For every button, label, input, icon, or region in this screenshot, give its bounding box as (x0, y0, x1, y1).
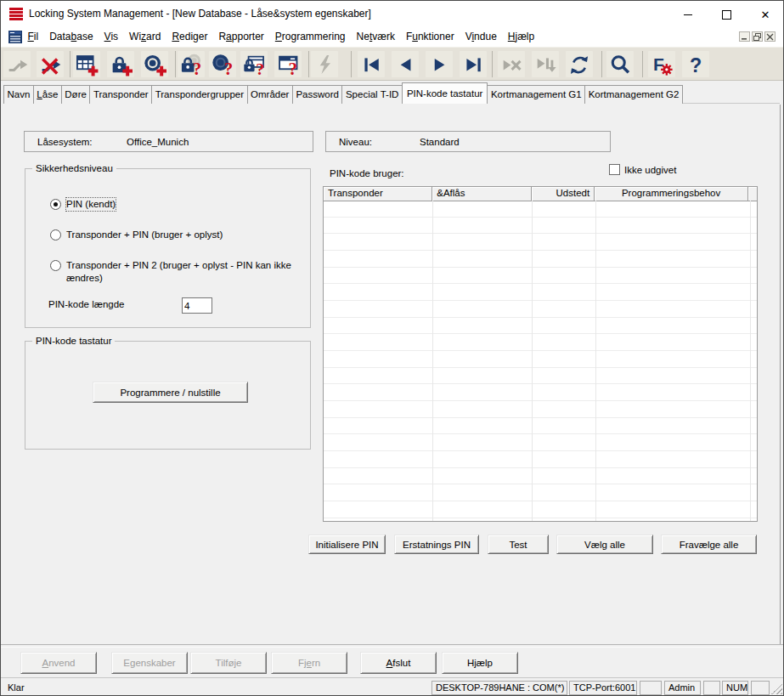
radio-icon[interactable] (50, 260, 61, 271)
tab-l-se[interactable]: Låse (33, 85, 62, 104)
tab-kortmanagement-g1[interactable]: Kortmanagement G1 (487, 85, 585, 104)
toolbar-query-lock-card-button[interactable]: ? (240, 51, 268, 77)
column-header-udstedt[interactable]: Udstedt (532, 187, 595, 201)
anvend-button[interactable]: Anvend (20, 652, 97, 674)
toolbar-filter-settings-button[interactable]: F (648, 51, 675, 77)
tilf-je-button[interactable]: Tilføje (190, 652, 267, 674)
menu-rediger[interactable]: Rediger (166, 27, 213, 47)
tab-special-t-id[interactable]: Special T-ID (341, 85, 402, 104)
not-issued-checkbox[interactable] (609, 164, 620, 175)
svg-text:?: ? (224, 59, 234, 76)
maximize-button[interactable] (717, 5, 736, 24)
test-button[interactable]: Test (488, 535, 549, 554)
frav-lge-alle-button[interactable]: Fravælge alle (661, 535, 757, 554)
mdi-close-button[interactable] (764, 31, 776, 42)
tab-navn[interactable]: Navn (3, 85, 34, 104)
toolbar-separator (601, 51, 602, 77)
mdi-restore-button[interactable] (752, 31, 763, 42)
toolbar-nav-next-button[interactable] (426, 51, 453, 77)
toolbar-nav-cancel-button[interactable] (498, 51, 525, 77)
radio-option-pin-kendt[interactable]: PIN (kendt) (50, 198, 116, 211)
nav-down-icon (533, 53, 557, 76)
menu-rapporter[interactable]: Rapporter (213, 27, 269, 47)
title-bar: Locking System Management - [New Databas… (1, 1, 783, 27)
radio-option-transponder-pin-bruger-oplyst[interactable]: Transponder + PIN (bruger + oplyst) (50, 229, 223, 241)
level-label: Niveau: (339, 137, 372, 147)
flash-icon (313, 53, 336, 76)
nav-first-icon (359, 53, 383, 76)
nav-last-icon (461, 53, 485, 76)
menu-vindue[interactable]: Vindue (460, 27, 502, 47)
column-header-programmeringsbehov[interactable]: Programmeringsbehov (595, 187, 748, 201)
toolbar-jump-arrow-button[interactable] (3, 51, 31, 77)
toolbar-query-window-button[interactable]: ? (274, 51, 302, 77)
menu-database[interactable]: Database (44, 27, 99, 47)
toolbar-new-transponder-button[interactable] (141, 51, 168, 77)
svg-text:?: ? (193, 58, 202, 76)
nav-next-icon (427, 53, 451, 76)
pin-length-input[interactable] (182, 297, 212, 314)
tab-d-re[interactable]: Døre (61, 85, 91, 104)
column-header-transponder[interactable]: Transponder (324, 187, 432, 201)
hj-lp-button[interactable]: Hjælp (442, 652, 518, 674)
toolbar-search-button[interactable] (606, 51, 634, 77)
minimize-button[interactable] (679, 5, 697, 24)
status-segment-empty (751, 681, 770, 695)
toolbar-separator (175, 51, 176, 77)
tab-password[interactable]: Password (292, 85, 343, 104)
menu-vis[interactable]: Vis (99, 27, 123, 47)
new-transponder-icon (143, 53, 166, 76)
toolbar-nav-last-button[interactable] (460, 51, 487, 77)
menu-fil[interactable]: Fil (22, 27, 44, 47)
toolbar-help-button[interactable]: ? (682, 51, 709, 77)
column-header-spacer[interactable] (748, 187, 757, 201)
toolbar-refresh-button[interactable] (566, 51, 593, 77)
document-window-icon[interactable] (8, 31, 22, 43)
initialisere-pin-button[interactable]: Initialisere PIN (308, 535, 386, 554)
status-segment-tcp-port-6001: TCP-Port:6001 (569, 681, 637, 695)
toolbar-nav-first-button[interactable] (358, 51, 385, 77)
pin-length-label: PIN-kode længde (48, 299, 125, 309)
tab-pin-kode-tastatur[interactable]: PIN-kode tastatur (402, 82, 488, 104)
toolbar-disconnect-arrow-button[interactable] (37, 51, 64, 77)
toolbar-separator (308, 51, 309, 77)
toolbar-query-lock-button[interactable]: ? (178, 51, 205, 77)
table-body[interactable] (324, 201, 757, 521)
svg-text:?: ? (256, 59, 264, 76)
program-reset-button[interactable]: Programmere / nulstille (93, 382, 248, 403)
toolbar-nav-down-button[interactable] (532, 51, 559, 77)
egenskaber-button[interactable]: Egenskaber (111, 652, 188, 674)
column-header-afl-s[interactable]: &Aflås (432, 187, 531, 201)
v-lg-alle-button[interactable]: Vælg alle (556, 535, 653, 554)
toolbar-nav-prev-button[interactable] (392, 51, 419, 77)
radio-icon[interactable] (50, 229, 61, 240)
query-lock-icon: ? (179, 53, 203, 76)
menu-netv-rk[interactable]: Netværk (351, 27, 400, 47)
menu-hj-lp[interactable]: Hjælp (502, 27, 539, 47)
afslut-button[interactable]: Afslut (360, 652, 437, 674)
tab-omr-der[interactable]: Områder (247, 85, 293, 104)
not-issued-label: Ikke udgivet (624, 165, 676, 175)
refresh-icon (567, 53, 591, 76)
security-level-group: Sikkerhedsniveau PIN (kendt)Transponder … (25, 168, 311, 328)
tab-kortmanagement-g2[interactable]: Kortmanagement G2 (584, 85, 683, 104)
tab-transponder[interactable]: Transponder (89, 85, 152, 104)
resize-grip[interactable] (771, 683, 782, 694)
nav-cancel-icon (499, 53, 523, 76)
toolbar-flash-button[interactable] (311, 51, 338, 77)
erstatnings-pin-button[interactable]: Erstatnings PIN (394, 535, 479, 554)
tab-strip: NavnLåseDøreTransponderTranspondergruppe… (3, 82, 780, 104)
toolbar-new-table-button[interactable] (73, 51, 100, 77)
menu-funktioner[interactable]: Funktioner (400, 27, 460, 47)
toolbar-query-transponder-button[interactable]: ? (209, 51, 236, 77)
close-button[interactable]: ✕ (756, 5, 775, 24)
toolbar-new-lock-button[interactable] (107, 51, 134, 77)
menu-wizard[interactable]: Wizard (124, 27, 166, 47)
menu-programmering[interactable]: Programmering (269, 27, 351, 47)
radio-option-transponder-pin-2-bruger-oplys[interactable]: Transponder + PIN 2 (bruger + oplyst - P… (50, 259, 304, 285)
status-bar: Klar DESKTOP-789HANE : COM(*)TCP-Port:60… (1, 679, 783, 695)
fjern-button[interactable]: Fjern (271, 652, 347, 674)
radio-icon[interactable] (50, 199, 61, 210)
mdi-minimize-button[interactable] (739, 31, 750, 42)
tab-transpondergrupper[interactable]: Transpondergrupper (151, 85, 247, 104)
